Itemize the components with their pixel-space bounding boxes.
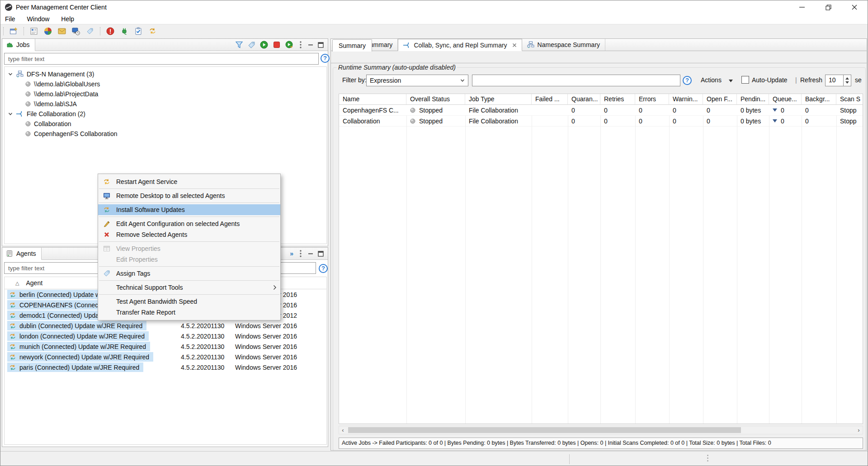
column-header[interactable]: Job Type bbox=[465, 94, 532, 104]
gridline bbox=[703, 116, 703, 424]
close-tab-icon[interactable] bbox=[512, 43, 517, 47]
column-header[interactable]: Failed ... bbox=[532, 94, 568, 104]
spinner-up-icon[interactable] bbox=[845, 77, 849, 80]
tree-item-copenhagenfs-collaboration[interactable]: CopenhagenFS Collaboration bbox=[5, 129, 326, 139]
minimize-view-icon[interactable] bbox=[308, 251, 313, 256]
tree-item-dfsn-management[interactable]: DFS-N Management (3) bbox=[5, 69, 326, 79]
table-row[interactable]: CopenhagenFS C... Stopped File Collabora… bbox=[339, 105, 863, 116]
column-header[interactable]: Backgr... bbox=[802, 94, 836, 104]
menu-window[interactable]: Window bbox=[27, 15, 50, 23]
menu-separator bbox=[99, 202, 279, 203]
agent-row-newyork[interactable]: newyork (Connected) Update w/JRE Require… bbox=[5, 352, 326, 362]
agent-row-munich[interactable]: munich (Connected) Update w/JRE Required… bbox=[5, 341, 326, 352]
tags-icon[interactable] bbox=[85, 26, 95, 36]
tab-jobs[interactable]: Jobs bbox=[2, 39, 35, 51]
scrollbar-thumb[interactable] bbox=[348, 427, 741, 433]
restart-agents-icon[interactable] bbox=[147, 26, 157, 36]
status-bar-drag-handle[interactable] bbox=[707, 455, 708, 461]
maximize-view-icon[interactable] bbox=[318, 42, 324, 48]
task-checklist-icon[interactable] bbox=[133, 26, 143, 36]
menu-item-remote-desktop[interactable]: Remote Desktop to all selected Agents bbox=[98, 190, 280, 201]
open-perspective-icon[interactable] bbox=[9, 26, 19, 36]
submenu-arrow-icon bbox=[273, 285, 277, 290]
tree-item-globalusers[interactable]: \\demo.lab\GlobalUsers bbox=[5, 79, 326, 89]
update-required-icon bbox=[9, 312, 16, 319]
queue-indicator-icon[interactable] bbox=[773, 108, 777, 112]
actions-button[interactable]: Actions bbox=[701, 76, 733, 84]
job-status-ball-icon bbox=[25, 91, 31, 97]
column-header[interactable]: Retries bbox=[600, 94, 635, 104]
table-row[interactable]: Collaboration Stopped File Collaboration… bbox=[339, 116, 863, 127]
jobs-filter-input[interactable] bbox=[4, 53, 319, 65]
filter-help-icon[interactable]: ? bbox=[683, 76, 692, 85]
tree-item-collaboration[interactable]: Collaboration bbox=[5, 119, 326, 129]
menu-separator bbox=[99, 266, 279, 267]
dashboard-icon[interactable] bbox=[43, 26, 53, 36]
column-header[interactable]: Scan S bbox=[836, 94, 863, 104]
menu-item-test-agent-bandwidth-speed[interactable]: Test Agent Bandwidth Speed bbox=[98, 296, 280, 307]
agent-row-london[interactable]: london (Connected) Update w/JRE Required… bbox=[5, 331, 326, 341]
column-header[interactable]: Errors bbox=[635, 94, 669, 104]
stop-job-icon[interactable] bbox=[273, 41, 281, 49]
menu-item-remove-selected-agents[interactable]: Remove Selected Agents bbox=[98, 229, 280, 240]
email-alerts-icon[interactable] bbox=[57, 26, 67, 36]
column-header[interactable]: Name bbox=[339, 94, 406, 104]
scheduled-scan-icon[interactable] bbox=[71, 26, 81, 36]
view-menu-icon[interactable] bbox=[299, 41, 302, 49]
start-all-jobs-icon[interactable] bbox=[285, 41, 293, 49]
spinner-down-icon[interactable] bbox=[845, 81, 849, 84]
auto-update-checkbox[interactable] bbox=[741, 76, 749, 84]
menu-item-install-software-updates[interactable]: Install Software Updates bbox=[98, 204, 280, 215]
filter-jobs-icon[interactable] bbox=[235, 41, 243, 49]
column-header[interactable]: Pendin... bbox=[737, 94, 769, 104]
agent-row-dublin[interactable]: dublin (Connected) Update w/JRE Required… bbox=[5, 320, 326, 331]
minimize-view-icon[interactable] bbox=[308, 42, 313, 47]
agent-properties-icon[interactable] bbox=[29, 26, 39, 36]
tree-item-projectdata[interactable]: \\demo.lab\ProjectData bbox=[5, 89, 326, 99]
refresh-interval-value: 10 bbox=[826, 75, 843, 86]
alerts-icon[interactable] bbox=[105, 26, 115, 36]
spinner-buttons[interactable] bbox=[843, 75, 851, 86]
assign-tags-icon[interactable] bbox=[248, 41, 255, 49]
menu-file[interactable]: File bbox=[5, 15, 15, 23]
tree-item-file-collaboration[interactable]: File Collaboration (2) bbox=[5, 109, 326, 119]
menu-item-edit-agent-configuration[interactable]: Edit Agent Configuration on selected Age… bbox=[98, 218, 280, 229]
chevron-down-icon[interactable] bbox=[8, 72, 13, 76]
menu-item-assign-tags[interactable]: Assign Tags bbox=[98, 268, 280, 279]
minimize-window-button[interactable] bbox=[789, 0, 815, 14]
restore-window-button[interactable] bbox=[815, 0, 841, 14]
tab-summary[interactable]: Summary bbox=[332, 39, 372, 52]
menu-item-technical-support-tools[interactable]: Technical Support Tools bbox=[98, 282, 280, 293]
menu-item-restart-agent-service[interactable]: Restart Agent Service bbox=[98, 176, 280, 187]
scroll-left-icon[interactable]: ‹ bbox=[339, 426, 347, 434]
jobs-filter-help-icon[interactable]: ? bbox=[321, 54, 330, 63]
tab-namespace-summary[interactable]: Namespace Summary bbox=[522, 39, 606, 51]
agents-filter-help-icon[interactable]: ? bbox=[319, 264, 328, 273]
gridline bbox=[769, 116, 769, 424]
horizontal-scrollbar[interactable]: ‹ › bbox=[339, 426, 863, 434]
queue-indicator-icon[interactable] bbox=[773, 119, 777, 122]
column-header[interactable]: Overall Status bbox=[406, 94, 465, 104]
refresh-interval-spinner[interactable]: 10 bbox=[825, 75, 851, 86]
chevron-down-icon[interactable] bbox=[8, 112, 13, 116]
scroll-right-icon[interactable]: › bbox=[855, 426, 863, 434]
agent-context-menu: Restart Agent Service Remote Desktop to … bbox=[98, 174, 281, 320]
menu-help[interactable]: Help bbox=[61, 15, 74, 23]
column-header[interactable]: Quaran... bbox=[568, 94, 600, 104]
filter-mode-select[interactable]: Expression bbox=[366, 75, 468, 86]
menu-item-transfer-rate-report[interactable]: Transfer Rate Report bbox=[98, 307, 280, 318]
filter-expression-input[interactable] bbox=[472, 75, 680, 86]
power-connections-icon[interactable] bbox=[119, 26, 129, 36]
close-window-button[interactable] bbox=[841, 0, 868, 14]
column-header[interactable]: Queue... bbox=[769, 94, 802, 104]
tab-collab-sync-repl-summary[interactable]: Collab, Sync, and Repl Summary bbox=[398, 39, 522, 51]
tree-item-sja[interactable]: \\demo.lab\SJA bbox=[5, 99, 326, 109]
column-header[interactable]: Open F... bbox=[703, 94, 737, 104]
column-header[interactable]: Warnin... bbox=[669, 94, 703, 104]
view-menu-icon[interactable] bbox=[299, 249, 302, 258]
start-job-icon[interactable] bbox=[260, 41, 268, 49]
tab-agents[interactable]: Agents bbox=[2, 248, 42, 260]
agent-row-paris[interactable]: paris (Connected) Update w/JRE Required … bbox=[5, 362, 326, 372]
toolbar-overflow-chevron-icon[interactable]: » bbox=[290, 250, 293, 257]
maximize-view-icon[interactable] bbox=[318, 251, 324, 257]
